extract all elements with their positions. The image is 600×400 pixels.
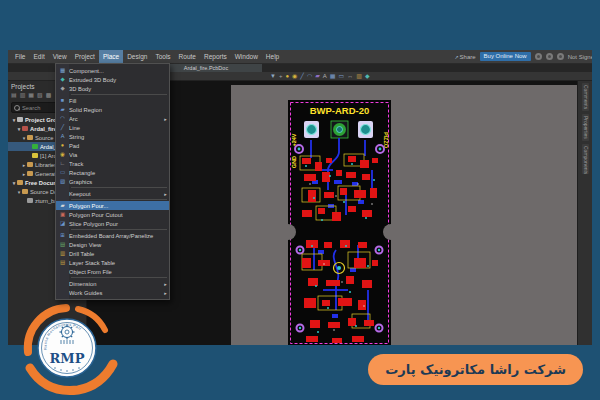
menu-item-label: Track	[69, 161, 169, 167]
place-menu-item-via[interactable]: ◉Via	[56, 150, 169, 159]
tree-item-label: Libraries	[35, 162, 57, 168]
menu-item-label: Dimension	[69, 281, 162, 287]
buy-online-button[interactable]: Buy Online Now	[480, 52, 531, 61]
menu-item-icon: ▰	[56, 201, 69, 210]
dimension-icon[interactable]: ↔	[347, 72, 353, 80]
menu-tools[interactable]: Tools	[151, 50, 174, 63]
place-menu-item-keepout[interactable]: Keepout▸	[56, 189, 169, 198]
menu-project[interactable]: Project	[71, 50, 99, 63]
place-menu-item-line[interactable]: ╱Line	[56, 123, 169, 132]
submenu-arrow-icon: ▸	[162, 281, 169, 287]
menubar: FileEditViewProjectPlaceDesignToolsRoute…	[8, 50, 592, 64]
place-menu-item-extruded-3d-body[interactable]: ◆Extruded 3D Body	[56, 75, 169, 84]
menu-item-icon: ▭	[56, 168, 69, 177]
menu-separator	[71, 187, 167, 188]
menu-route[interactable]: Route	[175, 50, 200, 63]
via-icon[interactable]: ◉	[292, 72, 297, 80]
menu-item-icon: ◉	[56, 150, 69, 159]
menu-item-label: Polygon Pour Cutout	[69, 212, 169, 218]
settings-icon[interactable]	[535, 53, 542, 60]
menu-item-label: Fill	[69, 98, 169, 104]
pcb-icon	[32, 144, 38, 149]
pad-icon[interactable]: ●	[285, 72, 289, 80]
menu-design[interactable]: Design	[123, 50, 151, 63]
submenu-arrow-icon: ▸	[162, 116, 169, 122]
place-menu-item-rectangle[interactable]: ▭Rectangle	[56, 168, 169, 177]
place-menu-item-fill[interactable]: ■Fill	[56, 96, 169, 105]
polygon-icon[interactable]: ▰	[315, 72, 320, 80]
menu-separator	[71, 277, 167, 278]
component-icon[interactable]: ▦	[330, 72, 336, 80]
panel-settings-icon[interactable]: ▩	[46, 92, 52, 99]
print-icon[interactable]	[546, 53, 553, 60]
place-menu-item-object-from-file[interactable]: Object From File	[56, 267, 169, 276]
share-button[interactable]: ↗Share	[454, 54, 475, 60]
menu-item-icon: ▰	[56, 105, 69, 114]
globe-icon[interactable]	[557, 53, 564, 60]
place-menu-item-slice-polygon-pour[interactable]: ◪Slice Polygon Pour	[56, 219, 169, 228]
place-menu-item-component[interactable]: ▦Component...	[56, 66, 169, 75]
place-menu-item-pad[interactable]: ●Pad	[56, 141, 169, 150]
compile-icon[interactable]: ▤	[11, 92, 17, 99]
drill-table-icon[interactable]: ▥	[356, 72, 362, 80]
menu-item-icon: ◆	[56, 75, 69, 84]
menu-item-label: Solid Region	[69, 107, 169, 113]
folder-icon	[17, 180, 23, 185]
place-menu-item-work-guides[interactable]: Work Guides▸	[56, 288, 169, 297]
menu-window[interactable]: Window	[231, 50, 262, 63]
menu-item-label: Rectangle	[69, 170, 169, 176]
menu-item-label: 3D Body	[69, 86, 169, 92]
place-menu-item-solid-region[interactable]: ▰Solid Region	[56, 105, 169, 114]
place-menu-item-dimension[interactable]: Dimension▸	[56, 279, 169, 288]
menu-item-label: Design View	[69, 242, 169, 248]
menu-help[interactable]: Help	[262, 50, 283, 63]
place-menu-item-string[interactable]: AString	[56, 132, 169, 141]
place-menu-item-arc[interactable]: ◠Arc▸	[56, 114, 169, 123]
place-menu-item-design-view[interactable]: ▤Design View	[56, 240, 169, 249]
menu-item-label: Via	[69, 152, 169, 158]
refresh-icon[interactable]: ▥	[20, 92, 26, 99]
menu-item-icon: ▤	[56, 258, 69, 267]
place-menu-item-layer-stack-table[interactable]: ▤Layer Stack Table	[56, 258, 169, 267]
menu-item-icon: ⊞	[56, 231, 69, 240]
place-menu-item-3d-body[interactable]: ◆3D Body	[56, 84, 169, 93]
menu-item-icon: ◆	[56, 84, 69, 93]
rmp-logo: Rasha Mechatronics Part RMP	[16, 302, 120, 398]
add-doc-icon[interactable]: ▦	[28, 92, 34, 99]
menu-separator	[71, 229, 167, 230]
signin-status[interactable]: Not Signed In	[568, 54, 592, 60]
menu-item-label: Graphics	[69, 179, 169, 185]
menu-reports[interactable]: Reports	[200, 50, 231, 63]
menu-item-label: Object From File	[69, 269, 169, 275]
menu-item-label: Arc	[69, 116, 162, 122]
right-panel-tab-properties[interactable]: Properties	[582, 114, 589, 141]
save-all-icon[interactable]: ▧	[37, 92, 43, 99]
board-title: BWP-ARD-20	[310, 105, 370, 116]
project-icon	[22, 126, 28, 131]
place-menu-item-embedded-board-array-panelize[interactable]: ⊞Embedded Board Array/Panelize	[56, 231, 169, 240]
menu-item-icon: ◪	[56, 219, 69, 228]
menu-item-label: Keepout	[69, 191, 162, 197]
menu-file[interactable]: File	[11, 50, 29, 63]
menu-edit[interactable]: Edit	[29, 50, 48, 63]
arc-icon[interactable]: ◠	[307, 72, 312, 80]
menubar-right-cluster: ↗Share Buy Online Now Not Signed In	[454, 50, 592, 63]
menu-place[interactable]: Place	[99, 50, 123, 63]
menubar-items: FileEditViewProjectPlaceDesignToolsRoute…	[11, 50, 283, 63]
place-menu-item-polygon-pour-cutout[interactable]: ▣Polygon Pour Cutout	[56, 210, 169, 219]
selection-filter-icon[interactable]: ▼	[270, 72, 276, 80]
move-icon[interactable]: +	[279, 72, 283, 80]
right-panel-tab-comments[interactable]: Comments	[582, 83, 589, 111]
view-3d-icon[interactable]: ◆	[365, 72, 370, 80]
place-menu-item-drill-table[interactable]: ▥Drill Table	[56, 249, 169, 258]
menu-view[interactable]: View	[49, 50, 71, 63]
rectangle-icon[interactable]: ▭	[339, 72, 345, 80]
place-menu-item-track[interactable]: ∟Track	[56, 159, 169, 168]
menu-item-label: String	[69, 134, 169, 140]
string-icon[interactable]: A	[323, 72, 327, 80]
track-icon[interactable]: ╱	[300, 72, 304, 80]
menu-separator	[71, 94, 167, 95]
place-menu-item-polygon-pour[interactable]: ▰Polygon Pour...	[56, 201, 169, 210]
place-menu-item-graphics[interactable]: ▨Graphics	[56, 177, 169, 186]
right-panel-tab-components[interactable]: Components	[582, 144, 589, 174]
